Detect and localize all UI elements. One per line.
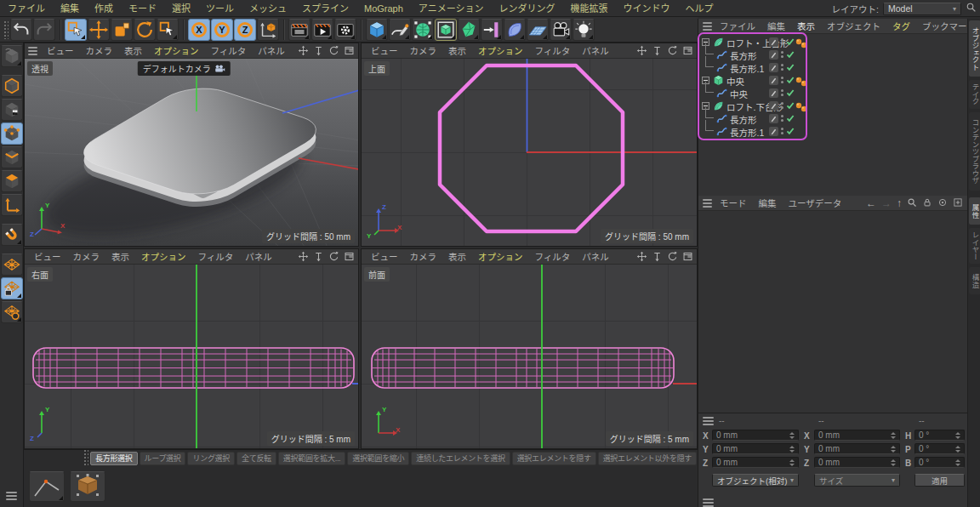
- rectangle-selection-button[interactable]: 長方形選択: [90, 452, 138, 465]
- am-lock-icon[interactable]: [922, 196, 932, 211]
- rotate-view-icon[interactable]: [667, 251, 678, 262]
- om-menu-objects[interactable]: オブジェクト: [821, 20, 886, 32]
- z-axis-lock-button[interactable]: Z: [234, 19, 256, 41]
- enable-toggle-icon[interactable]: [769, 76, 778, 85]
- visibility-dots-icon[interactable]: [781, 115, 783, 122]
- enabled-check-icon[interactable]: [786, 63, 795, 71]
- tree-row-loft-upper[interactable]: ロフト・上台形: [698, 36, 967, 48]
- lock-workplane-button[interactable]: [1, 277, 23, 299]
- select-connected-button[interactable]: 連続したエレメントを選択: [411, 452, 510, 465]
- floor-button[interactable]: [527, 19, 549, 41]
- om-menu-file[interactable]: ファイル: [714, 20, 761, 32]
- point-mode-button[interactable]: [1, 122, 23, 145]
- position-z-field[interactable]: 0 mm: [712, 457, 799, 468]
- enabled-check-icon[interactable]: [786, 127, 795, 135]
- toolbar-grip[interactable]: [3, 20, 9, 39]
- vp-menu-panel[interactable]: パネル: [576, 44, 615, 57]
- vp-menu-options[interactable]: オプション: [472, 44, 529, 57]
- viewport-perspective[interactable]: ビュー カメラ 表示 オプション フィルタ パネル 透視: [24, 43, 359, 247]
- deformer-button[interactable]: [458, 19, 480, 41]
- menu-file[interactable]: ファイル: [0, 0, 53, 17]
- commandbar-grip[interactable]: [83, 449, 88, 468]
- scene-object-button[interactable]: [481, 19, 503, 41]
- am-menu-userdata[interactable]: ユーザデータ: [783, 197, 848, 209]
- coordinate-manager-bottom-grip[interactable]: [703, 498, 714, 507]
- spinner-icon[interactable]: [955, 446, 960, 453]
- vp-menu-view[interactable]: ビュー: [365, 250, 404, 263]
- maximize-view-icon[interactable]: [682, 45, 693, 56]
- edit-render-settings-button[interactable]: [334, 19, 356, 41]
- vp-menu-view[interactable]: ビュー: [41, 44, 80, 57]
- object-manager-menu-icon[interactable]: [703, 22, 712, 31]
- menu-window[interactable]: ウインドウ: [615, 0, 677, 17]
- hide-unselected-button[interactable]: 選択エレメント以外を隠す: [598, 452, 697, 465]
- workplane-button[interactable]: [1, 254, 23, 276]
- sweep-button[interactable]: [504, 19, 526, 41]
- enable-toggle-icon[interactable]: [769, 37, 778, 47]
- tree-row-rectangle[interactable]: 長方形: [698, 112, 967, 125]
- enabled-check-icon[interactable]: [786, 88, 795, 97]
- menu-animation[interactable]: アニメーション: [411, 0, 492, 17]
- spline-smooth-tool-button[interactable]: [29, 471, 65, 502]
- tab-content-browser[interactable]: コンテンツブラウザ: [969, 112, 980, 191]
- tree-row-rectangle1[interactable]: 長方形.1: [698, 61, 967, 74]
- spinner-icon[interactable]: [955, 459, 960, 466]
- coordinate-manager-menu-icon[interactable]: [703, 417, 714, 425]
- axis-mode-button[interactable]: [1, 194, 23, 216]
- size-mode-select[interactable]: サイズ▾: [814, 474, 900, 487]
- visibility-dots-icon[interactable]: [781, 51, 783, 58]
- snap-button[interactable]: [1, 224, 23, 246]
- vp-menu-panel[interactable]: パネル: [576, 250, 615, 263]
- pan-view-icon[interactable]: [636, 45, 647, 56]
- live-selection-tool[interactable]: [65, 19, 87, 41]
- ring-selection-button[interactable]: リング選択: [187, 452, 235, 465]
- om-menu-view[interactable]: 表示: [791, 20, 821, 32]
- am-menu-mode[interactable]: モード: [714, 197, 753, 209]
- camera-button[interactable]: [550, 19, 572, 41]
- shrink-selection-button[interactable]: 選択範囲を縮小: [347, 452, 409, 465]
- tree-row-loft-lower[interactable]: ロフト.下台形: [698, 100, 967, 112]
- rotation-p-field[interactable]: 0 °: [914, 443, 965, 454]
- rotate-view-icon[interactable]: [328, 251, 339, 262]
- perspective-canvas[interactable]: デフォルトカメラ Y X Z グリッド間隔 : 50 mm: [25, 59, 358, 246]
- pan-view-icon[interactable]: [636, 251, 647, 262]
- viewport-top[interactable]: ビュー カメラ 表示 オプション フィルタ パネル 上面 Z X: [361, 43, 698, 247]
- tab-layers[interactable]: レイヤー: [969, 228, 980, 264]
- grow-selection-button[interactable]: 選択範囲を拡大...: [278, 452, 346, 465]
- menu-help[interactable]: ヘルプ: [677, 0, 721, 17]
- light-button[interactable]: [573, 19, 595, 41]
- vp-menu-filter[interactable]: フィルタ: [529, 250, 577, 263]
- phong-tag-icon[interactable]: [801, 40, 807, 47]
- add-cube-button[interactable]: [366, 19, 388, 41]
- maximize-view-icon[interactable]: [344, 45, 355, 56]
- dolly-view-icon[interactable]: [652, 251, 663, 262]
- menu-render[interactable]: レンダリング: [491, 0, 562, 17]
- invert-all-button[interactable]: 全て反転: [236, 452, 276, 465]
- recent-tool-button[interactable]: [157, 19, 179, 41]
- vp-menu-filter[interactable]: フィルタ: [205, 44, 253, 57]
- polygon-mode-button[interactable]: [1, 170, 23, 192]
- enable-toggle-icon[interactable]: [769, 88, 778, 98]
- menu-select[interactable]: 選択: [164, 0, 198, 17]
- am-forward-icon[interactable]: →: [881, 198, 892, 208]
- size-y-field[interactable]: 0 mm: [814, 443, 900, 454]
- model-mode-button[interactable]: [1, 75, 23, 97]
- menu-edit[interactable]: 編集: [53, 0, 87, 17]
- front-canvas[interactable]: Y X グリッド間隔 : 5 mm: [362, 265, 697, 448]
- vp-menu-options[interactable]: オプション: [135, 250, 192, 263]
- maximize-view-icon[interactable]: [344, 251, 355, 262]
- vp-menu-camera[interactable]: カメラ: [67, 250, 106, 263]
- position-x-field[interactable]: 0 mm: [712, 430, 799, 441]
- menu-mode[interactable]: モード: [121, 0, 164, 17]
- vp-menu-camera[interactable]: カメラ: [404, 44, 443, 57]
- menu-tools[interactable]: ツール: [198, 0, 242, 17]
- top-canvas[interactable]: Z X Y グリッド間隔 : 50 mm: [362, 59, 697, 246]
- vp-menu-display[interactable]: 表示: [442, 44, 472, 57]
- rotate-view-icon[interactable]: [667, 45, 678, 56]
- vp-menu-panel[interactable]: パネル: [252, 44, 291, 57]
- am-search-icon[interactable]: [907, 196, 917, 211]
- edge-mode-button[interactable]: [1, 146, 23, 168]
- enabled-check-icon[interactable]: [786, 37, 795, 46]
- dolly-view-icon[interactable]: [652, 45, 663, 56]
- visibility-dots-icon[interactable]: [781, 38, 783, 45]
